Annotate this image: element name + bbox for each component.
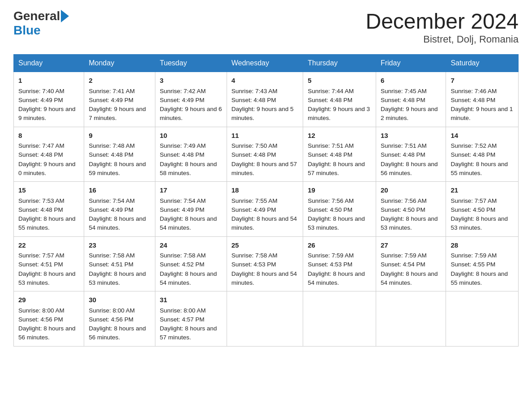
- day-cell: 17Sunrise: 7:54 AMSunset: 4:49 PMDayligh…: [155, 182, 227, 237]
- daylight-label: Daylight: 8 hours and 55 minutes.: [450, 161, 508, 176]
- sunrise-label: Sunrise: 7:56 AM: [308, 197, 354, 204]
- day-cell: 2Sunrise: 7:41 AMSunset: 4:49 PMDaylight…: [84, 72, 155, 127]
- day-number: 10: [160, 131, 222, 141]
- sunrise-label: Sunrise: 7:44 AM: [308, 88, 354, 94]
- day-number: 25: [232, 240, 298, 251]
- daylight-label: Daylight: 8 hours and 57 minutes.: [160, 325, 217, 341]
- day-number: 9: [89, 131, 150, 141]
- daylight-label: Daylight: 8 hours and 54 minutes.: [232, 270, 297, 286]
- day-number: 14: [450, 131, 514, 141]
- day-cell: 13Sunrise: 7:51 AMSunset: 4:48 PMDayligh…: [376, 127, 446, 182]
- sunrise-label: Sunrise: 7:40 AM: [18, 88, 64, 94]
- daylight-label: Daylight: 8 hours and 56 minutes.: [89, 325, 146, 341]
- sunrise-label: Sunrise: 8:00 AM: [89, 307, 135, 314]
- sunset-label: Sunset: 4:51 PM: [18, 261, 63, 268]
- sunset-label: Sunset: 4:53 PM: [308, 261, 352, 268]
- header-thursday: Thursday: [303, 55, 376, 72]
- sunset-label: Sunset: 4:48 PM: [89, 151, 133, 158]
- day-number: 27: [381, 240, 441, 251]
- day-cell: 5Sunrise: 7:44 AMSunset: 4:48 PMDaylight…: [303, 72, 376, 127]
- header-friday: Friday: [376, 55, 446, 72]
- daylight-label: Daylight: 8 hours and 57 minutes.: [232, 161, 297, 176]
- day-cell: 8Sunrise: 7:47 AMSunset: 4:48 PMDaylight…: [14, 127, 84, 182]
- sunset-label: Sunset: 4:49 PM: [232, 206, 276, 213]
- daylight-label: Daylight: 8 hours and 53 minutes.: [381, 215, 438, 231]
- daylight-label: Daylight: 8 hours and 53 minutes.: [89, 270, 146, 286]
- day-cell: 6Sunrise: 7:45 AMSunset: 4:48 PMDaylight…: [376, 72, 446, 127]
- day-cell: 23Sunrise: 7:58 AMSunset: 4:51 PMDayligh…: [84, 236, 155, 291]
- logo-general: General: [13, 9, 60, 23]
- daylight-label: Daylight: 9 hours and 0 minutes.: [18, 161, 76, 176]
- calendar-header-row: SundayMondayTuesdayWednesdayThursdayFrid…: [14, 55, 519, 72]
- sunrise-label: Sunrise: 7:47 AM: [18, 142, 64, 149]
- daylight-label: Daylight: 8 hours and 54 minutes.: [160, 270, 217, 286]
- sunrise-label: Sunrise: 7:46 AM: [450, 88, 497, 94]
- week-row-4: 22Sunrise: 7:57 AMSunset: 4:51 PMDayligh…: [14, 236, 519, 291]
- day-cell: 11Sunrise: 7:50 AMSunset: 4:48 PMDayligh…: [227, 127, 303, 182]
- daylight-label: Daylight: 8 hours and 55 minutes.: [18, 215, 76, 231]
- sunset-label: Sunset: 4:53 PM: [232, 261, 276, 268]
- sunset-label: Sunset: 4:49 PM: [18, 97, 63, 103]
- daylight-label: Daylight: 8 hours and 54 minutes.: [381, 270, 438, 286]
- sunrise-label: Sunrise: 7:58 AM: [89, 252, 135, 259]
- day-cell: 16Sunrise: 7:54 AMSunset: 4:49 PMDayligh…: [84, 182, 155, 237]
- daylight-label: Daylight: 8 hours and 58 minutes.: [160, 161, 217, 176]
- sunset-label: Sunset: 4:48 PM: [450, 97, 495, 103]
- day-cell: 30Sunrise: 8:00 AMSunset: 4:56 PMDayligh…: [84, 291, 155, 347]
- day-cell: 19Sunrise: 7:56 AMSunset: 4:50 PMDayligh…: [303, 182, 376, 237]
- day-number: 22: [18, 240, 79, 251]
- sunrise-label: Sunrise: 7:55 AM: [232, 197, 278, 204]
- sunset-label: Sunset: 4:49 PM: [89, 97, 133, 103]
- sunset-label: Sunset: 4:48 PM: [308, 97, 352, 103]
- logo: General Blue: [13, 9, 69, 38]
- sunset-label: Sunset: 4:48 PM: [18, 206, 63, 213]
- week-row-1: 1Sunrise: 7:40 AMSunset: 4:49 PMDaylight…: [14, 72, 519, 127]
- daylight-label: Daylight: 8 hours and 53 minutes.: [308, 215, 365, 231]
- daylight-label: Daylight: 8 hours and 57 minutes.: [308, 161, 365, 176]
- sunset-label: Sunset: 4:56 PM: [89, 316, 133, 323]
- day-cell: 4Sunrise: 7:43 AMSunset: 4:48 PMDaylight…: [227, 72, 303, 127]
- day-number: 15: [18, 185, 79, 196]
- sunrise-label: Sunrise: 7:58 AM: [160, 252, 206, 259]
- sunrise-label: Sunrise: 7:54 AM: [160, 197, 206, 204]
- sunrise-label: Sunrise: 7:41 AM: [89, 88, 135, 94]
- daylight-label: Daylight: 9 hours and 9 minutes.: [18, 106, 76, 121]
- day-number: 23: [89, 240, 150, 251]
- daylight-label: Daylight: 8 hours and 54 minutes.: [232, 215, 297, 231]
- calendar-table: SundayMondayTuesdayWednesdayThursdayFrid…: [13, 54, 519, 347]
- sunrise-label: Sunrise: 7:51 AM: [308, 142, 354, 149]
- sunset-label: Sunset: 4:48 PM: [232, 151, 276, 158]
- daylight-label: Daylight: 9 hours and 6 minutes.: [160, 106, 222, 121]
- daylight-label: Daylight: 8 hours and 56 minutes.: [381, 161, 438, 176]
- sunset-label: Sunset: 4:48 PM: [381, 151, 425, 158]
- sunrise-label: Sunrise: 7:57 AM: [450, 197, 497, 204]
- day-cell: 18Sunrise: 7:55 AMSunset: 4:49 PMDayligh…: [227, 182, 303, 237]
- day-number: 29: [18, 295, 79, 305]
- day-number: 8: [18, 131, 79, 141]
- day-number: 13: [381, 131, 441, 141]
- sunrise-label: Sunrise: 7:59 AM: [381, 252, 427, 259]
- sunset-label: Sunset: 4:55 PM: [450, 261, 495, 268]
- day-cell: [376, 291, 446, 347]
- day-number: 24: [160, 240, 222, 251]
- daylight-label: Daylight: 8 hours and 59 minutes.: [89, 161, 146, 176]
- day-number: 2: [89, 76, 150, 86]
- day-cell: 26Sunrise: 7:59 AMSunset: 4:53 PMDayligh…: [303, 236, 376, 291]
- day-cell: [227, 291, 303, 347]
- day-cell: 27Sunrise: 7:59 AMSunset: 4:54 PMDayligh…: [376, 236, 446, 291]
- day-number: 28: [450, 240, 514, 251]
- day-cell: 22Sunrise: 7:57 AMSunset: 4:51 PMDayligh…: [14, 236, 84, 291]
- day-cell: 15Sunrise: 7:53 AMSunset: 4:48 PMDayligh…: [14, 182, 84, 237]
- sunset-label: Sunset: 4:48 PM: [381, 97, 425, 103]
- day-number: 18: [232, 185, 298, 196]
- day-cell: 20Sunrise: 7:56 AMSunset: 4:50 PMDayligh…: [376, 182, 446, 237]
- header-tuesday: Tuesday: [155, 55, 227, 72]
- week-row-3: 15Sunrise: 7:53 AMSunset: 4:48 PMDayligh…: [14, 182, 519, 237]
- day-number: 12: [308, 131, 371, 141]
- sunset-label: Sunset: 4:51 PM: [89, 261, 133, 268]
- day-cell: 1Sunrise: 7:40 AMSunset: 4:49 PMDaylight…: [14, 72, 84, 127]
- day-number: 21: [450, 185, 514, 196]
- daylight-label: Daylight: 9 hours and 1 minute.: [450, 106, 513, 121]
- daylight-label: Daylight: 8 hours and 54 minutes.: [89, 215, 146, 231]
- day-number: 5: [308, 76, 371, 86]
